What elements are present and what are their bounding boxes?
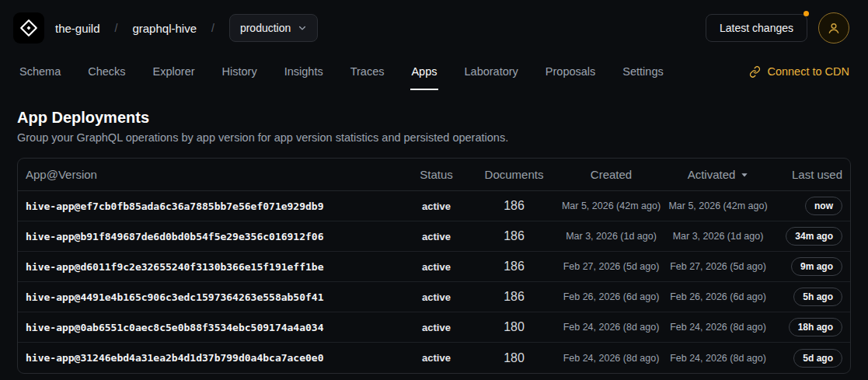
cell-status: active xyxy=(403,322,469,333)
column-header-app-version: App@Version xyxy=(26,168,403,181)
tab-apps[interactable]: Apps xyxy=(410,53,437,90)
table-row[interactable]: hive-app@31246ebd4a31ea2b4d1d37b799d0a4b… xyxy=(18,343,850,373)
breadcrumb-separator: / xyxy=(115,22,118,34)
column-header-activated-label: Activated xyxy=(688,168,736,181)
cell-app-version: hive-app@ef7cb0fb85ada6c36a7885bb7e56ef0… xyxy=(26,200,403,212)
column-header-created: Created xyxy=(559,168,664,181)
cell-app-version: hive-app@31246ebd4a31ea2b4d1d37b799d0a4b… xyxy=(26,352,403,364)
cell-created: Feb 27, 2026 (5d ago) xyxy=(559,261,664,272)
last-used-badge: 9m ago xyxy=(791,257,842,276)
cell-last-used: now xyxy=(772,197,842,215)
cell-created: Mar 3, 2026 (1d ago) xyxy=(559,231,664,242)
last-used-badge: 5d ago xyxy=(793,349,842,368)
cell-documents: 186 xyxy=(469,260,559,274)
latest-changes-button[interactable]: Latest changes xyxy=(706,14,807,42)
connect-cdn-link[interactable]: Connect to CDN xyxy=(749,65,849,78)
cell-activated: Feb 27, 2026 (5d ago) xyxy=(664,261,772,272)
last-used-badge: 18h ago xyxy=(789,318,842,336)
column-header-activated[interactable]: Activated xyxy=(664,168,772,181)
hive-logo-icon xyxy=(18,17,40,39)
target-selector-label: production xyxy=(240,22,291,34)
cell-documents: 186 xyxy=(469,229,559,243)
top-header: the-guild / graphql-hive / production La… xyxy=(0,0,868,51)
cell-activated: Mar 3, 2026 (1d ago) xyxy=(664,231,772,242)
cell-status: active xyxy=(403,261,469,273)
cell-app-version: hive-app@4491e4b165c906c3edc1597364263e5… xyxy=(26,291,403,303)
breadcrumb: the-guild / graphql-hive / production xyxy=(55,14,318,42)
cell-created: Feb 26, 2026 (6d ago) xyxy=(559,291,664,302)
column-header-documents: Documents xyxy=(469,168,559,181)
cell-created: Feb 24, 2026 (8d ago) xyxy=(559,353,664,364)
tab-history[interactable]: History xyxy=(221,53,258,90)
cell-status: active xyxy=(403,231,469,242)
tab-bar: Schema Checks Explorer History Insights … xyxy=(0,51,868,92)
link-icon xyxy=(749,66,761,78)
hive-logo[interactable] xyxy=(13,12,44,44)
breadcrumb-separator: / xyxy=(211,22,214,34)
cell-app-version: hive-app@d6011f9c2e32655240f3130b366e15f… xyxy=(26,261,403,273)
target-selector[interactable]: production xyxy=(229,14,318,42)
cell-last-used: 5h ago xyxy=(772,288,842,306)
cell-status: active xyxy=(403,352,469,364)
cell-activated: Feb 24, 2026 (8d ago) xyxy=(664,322,772,333)
cell-app-version: hive-app@0ab6551c0aec8c5e0b88f3534ebc509… xyxy=(26,322,403,333)
header-actions: Latest changes xyxy=(706,12,849,44)
main-content: App Deployments Group your GraphQL opera… xyxy=(0,92,868,374)
table-row[interactable]: hive-app@b91f849687de6d0bd0b54f5e29e356c… xyxy=(18,221,850,252)
column-header-status: Status xyxy=(403,168,469,181)
avatar[interactable] xyxy=(818,12,849,44)
last-used-badge: 5h ago xyxy=(793,288,842,306)
cell-app-version: hive-app@b91f849687de6d0bd0b54f5e29e356c… xyxy=(26,231,403,242)
cell-activated: Mar 5, 2026 (42m ago) xyxy=(664,200,772,211)
breadcrumb-org[interactable]: the-guild xyxy=(55,22,100,35)
cell-documents: 186 xyxy=(469,290,559,304)
cell-documents: 180 xyxy=(469,351,559,365)
cell-last-used: 5d ago xyxy=(772,349,842,368)
page-subtitle: Group your GraphQL operations by app ver… xyxy=(17,131,851,144)
tab-insights[interactable]: Insights xyxy=(284,53,324,90)
cell-documents: 180 xyxy=(469,320,559,334)
notification-dot xyxy=(804,11,809,16)
tab-traces[interactable]: Traces xyxy=(350,53,385,90)
table-row[interactable]: hive-app@ef7cb0fb85ada6c36a7885bb7e56ef0… xyxy=(18,191,850,221)
tab-laboratory[interactable]: Laboratory xyxy=(464,53,519,90)
user-icon xyxy=(826,20,842,36)
app-root: the-guild / graphql-hive / production La… xyxy=(0,0,868,374)
column-header-last-used: Last used xyxy=(772,168,842,181)
table-header-row: App@Version Status Documents Created Act… xyxy=(18,159,850,191)
chevron-down-icon xyxy=(298,23,307,33)
cell-documents: 186 xyxy=(469,199,559,213)
sort-descending-icon xyxy=(741,171,748,179)
deployments-table: App@Version Status Documents Created Act… xyxy=(17,158,851,374)
cell-last-used: 34m ago xyxy=(772,227,842,246)
tab-schema[interactable]: Schema xyxy=(19,53,61,90)
cell-status: active xyxy=(403,200,469,212)
tab-proposals[interactable]: Proposals xyxy=(545,53,596,90)
table-row[interactable]: hive-app@0ab6551c0aec8c5e0b88f3534ebc509… xyxy=(18,312,850,343)
cell-last-used: 18h ago xyxy=(772,318,842,336)
table-row[interactable]: hive-app@4491e4b165c906c3edc1597364263e5… xyxy=(18,282,850,312)
cell-created: Mar 5, 2026 (42m ago) xyxy=(559,200,664,211)
tab-explorer[interactable]: Explorer xyxy=(152,53,196,90)
table-row[interactable]: hive-app@d6011f9c2e32655240f3130b366e15f… xyxy=(18,252,850,282)
tab-settings[interactable]: Settings xyxy=(622,53,664,90)
connect-cdn-label: Connect to CDN xyxy=(767,65,849,78)
cell-status: active xyxy=(403,291,469,303)
cell-created: Feb 24, 2026 (8d ago) xyxy=(559,322,664,333)
breadcrumb-project[interactable]: graphql-hive xyxy=(132,22,197,35)
page-title: App Deployments xyxy=(17,109,851,127)
last-used-badge: now xyxy=(805,197,842,215)
cell-activated: Feb 26, 2026 (6d ago) xyxy=(664,291,772,302)
latest-changes-wrap: Latest changes xyxy=(706,14,807,42)
cell-last-used: 9m ago xyxy=(772,257,842,276)
last-used-badge: 34m ago xyxy=(786,227,842,246)
tab-checks[interactable]: Checks xyxy=(87,53,126,90)
cell-activated: Feb 24, 2026 (8d ago) xyxy=(664,353,772,364)
